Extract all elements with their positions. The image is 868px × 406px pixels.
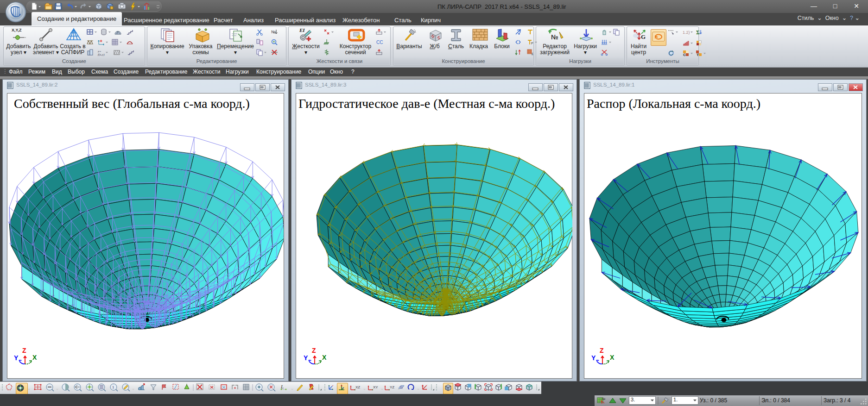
svg-text:XY: XY [373, 385, 378, 389]
svg-text:X,Y,Z: X,Y,Z [12, 28, 22, 32]
svg-text:f(x,y): f(x,y) [98, 53, 105, 56]
svg-text:Y: Y [304, 354, 308, 362]
svg-text:Y: Y [14, 354, 19, 362]
svg-text:№: № [602, 397, 606, 400]
svg-text:P: P [531, 42, 533, 45]
svg-text:X: X [610, 354, 615, 361]
svg-text:C: C [683, 53, 686, 57]
svg-text:XZ: XZ [355, 385, 360, 389]
svg-text:EI: EI [299, 27, 305, 33]
svg-text:X: X [32, 354, 37, 361]
svg-text:1: 1 [112, 385, 114, 389]
svg-text:Z: Z [600, 347, 604, 354]
svg-text:№: № [271, 30, 276, 34]
svg-text:G: G [641, 33, 646, 40]
svg-text:Σ: Σ [696, 29, 700, 36]
svg-text:£: £ [532, 52, 533, 56]
svg-text:№: № [551, 33, 558, 41]
svg-text:Y: Y [591, 354, 596, 362]
svg-text:YZ: YZ [390, 385, 394, 389]
svg-text:1.2): 1.2) [683, 30, 690, 35]
svg-text:L: L [280, 384, 284, 389]
svg-text:CC: CC [376, 40, 383, 45]
svg-text:T: T [697, 53, 699, 57]
svg-text:Z: Z [312, 347, 316, 354]
svg-text:Z: Z [22, 347, 26, 354]
svg-text:X: X [322, 354, 327, 361]
